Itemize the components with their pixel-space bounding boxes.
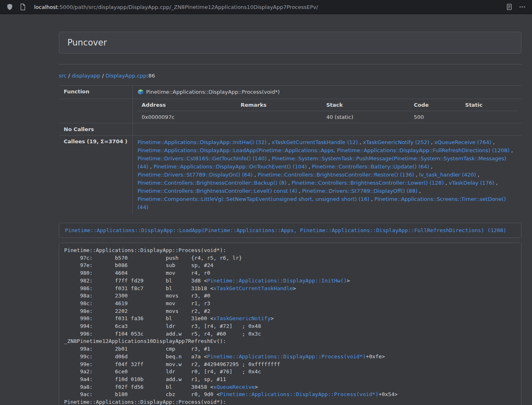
app-title: Puncover bbox=[67, 37, 513, 48]
callee-separator: , bbox=[494, 180, 498, 186]
function-label: Function bbox=[59, 86, 133, 99]
col-address: Address bbox=[137, 99, 236, 111]
metrics-row: Address Remarks Stack Code Static 0x0000… bbox=[59, 99, 521, 123]
disassembly-code: Pinetime::Applications::DisplayApp::Proc… bbox=[59, 243, 521, 405]
callee-link[interactable]: lv_task_handler (420) bbox=[419, 172, 476, 178]
shield-icon[interactable] bbox=[6, 3, 13, 11]
callee-link[interactable]: xTaskGenericNotify (252) bbox=[363, 139, 429, 145]
callee-separator: , bbox=[253, 172, 258, 178]
callee-separator: , bbox=[429, 139, 434, 145]
symbol-type-icon bbox=[138, 89, 144, 95]
browser-url-bar[interactable]: localhost:5000/path/src/displayapp/Displ… bbox=[0, 0, 532, 14]
breadcrumb-separator: / bbox=[100, 73, 106, 79]
page-icon bbox=[19, 3, 26, 11]
breadcrumb-link-displayapp-cpp[interactable]: DisplayApp.cpp bbox=[106, 73, 146, 79]
callee-separator: , bbox=[418, 188, 421, 194]
callees-label: Callees (19, Σ=3704 ) bbox=[59, 136, 133, 215]
col-remarks: Remarks bbox=[236, 99, 321, 111]
disassembly-symbol-link[interactable]: Pinetime::Applications::DisplayApp::Init… bbox=[207, 278, 347, 284]
disassembly-symbol-link[interactable]: xTaskGetCurrentTaskHandle bbox=[213, 285, 293, 291]
function-table: Function Pinetime::Applications::Display… bbox=[59, 85, 521, 214]
callee-link[interactable]: Pinetime::Applications::DisplayApp::OnTo… bbox=[153, 164, 307, 170]
metrics-cell: Address Remarks Stack Code Static 0x0000… bbox=[133, 99, 521, 123]
callee-separator: , bbox=[358, 139, 363, 145]
callee-separator: , bbox=[286, 180, 291, 186]
callee-separator: , bbox=[267, 139, 271, 145]
callee-separator: , bbox=[414, 172, 419, 178]
callee-link[interactable]: vTaskDelay (176) bbox=[449, 180, 494, 186]
callee-link[interactable]: Pinetime::Drivers::St7789::DisplayOn() (… bbox=[138, 172, 253, 178]
disassembly-symbol-link[interactable]: xTaskGenericNotify bbox=[213, 315, 271, 321]
callee-separator: , bbox=[476, 172, 479, 178]
callee-link[interactable]: Pinetime::Drivers::Cst816S::GetTouchInfo… bbox=[138, 155, 267, 162]
stack-value: 40 (static) bbox=[321, 111, 409, 123]
callee-link[interactable]: Pinetime::Controllers::Battery::Update()… bbox=[312, 164, 429, 170]
empty-label-cell bbox=[59, 99, 133, 123]
callee-separator: , bbox=[149, 164, 153, 170]
app-header-panel: Puncover bbox=[59, 32, 521, 54]
callee-link[interactable]: xQueueReceive (764) bbox=[434, 139, 491, 145]
page: { "colors": { "link": "#4e95e5", "page_b… bbox=[0, 0, 532, 405]
function-name: Pinetime::Applications::DisplayApp::Proc… bbox=[146, 89, 280, 95]
col-static: Static bbox=[460, 99, 517, 111]
code-value: 500 bbox=[409, 111, 461, 123]
browser-bar-actions bbox=[503, 3, 529, 11]
callee-separator: , bbox=[307, 164, 312, 170]
callees-list: Pinetime::Applications::DisplayApp::Init… bbox=[133, 136, 521, 215]
breadcrumb-link-src[interactable]: src bbox=[59, 73, 67, 79]
callee-separator: , bbox=[429, 164, 433, 170]
function-name-cell: Pinetime::Applications::DisplayApp::Proc… bbox=[133, 86, 521, 99]
callee-link[interactable]: Pinetime::Applications::DisplayApp::Init… bbox=[138, 139, 267, 145]
metrics-table: Address Remarks Stack Code Static 0x0000… bbox=[137, 99, 517, 123]
callee-link[interactable]: Pinetime::Applications::DisplayApp::Load… bbox=[138, 147, 510, 153]
static-value bbox=[460, 111, 517, 123]
no-callers-row: No Callers bbox=[59, 123, 521, 136]
callee-separator: , bbox=[491, 139, 495, 145]
callee-separator: , bbox=[369, 196, 374, 202]
callee-separator: , bbox=[297, 188, 302, 194]
callee-link[interactable]: Pinetime::Drivers::St7789::DisplayOff() … bbox=[302, 188, 418, 194]
breadcrumb-separator: / bbox=[67, 73, 72, 79]
horizontal-divider bbox=[59, 64, 521, 65]
callees-row: Callees (19, Σ=3704 ) Pinetime::Applicat… bbox=[59, 136, 521, 215]
disassembly-symbol-link[interactable]: Pinetime::Applications::DisplayApp::Proc… bbox=[207, 353, 366, 360]
col-stack: Stack bbox=[321, 99, 409, 111]
callee-separator: , bbox=[510, 147, 513, 153]
url-path: :5000/path/src/displayapp/DisplayApp.cpp… bbox=[58, 4, 318, 10]
metrics-value-row: 0x0000097c 40 (static) 500 bbox=[137, 111, 517, 123]
disassembly-symbol-link[interactable]: Pinetime::Applications::DisplayApp::Proc… bbox=[220, 391, 379, 397]
url-text[interactable]: localhost:5000/path/src/displayapp/Displ… bbox=[34, 4, 500, 10]
remarks-value bbox=[236, 111, 321, 123]
col-code: Code bbox=[409, 99, 461, 111]
breadcrumb-line-number: :86 bbox=[146, 73, 155, 79]
url-host: localhost bbox=[34, 4, 58, 10]
no-callers-label: No Callers bbox=[59, 123, 133, 136]
no-callers-cell bbox=[133, 123, 521, 136]
selected-symbol-link[interactable]: Pinetime::Applications::DisplayApp::Load… bbox=[59, 223, 521, 238]
function-row: Function Pinetime::Applications::Display… bbox=[59, 86, 521, 99]
disassembly-symbol-link[interactable]: xQueueReceive bbox=[213, 384, 255, 390]
callee-separator: , bbox=[267, 155, 271, 162]
callee-link[interactable]: Pinetime::Controllers::BrightnessControl… bbox=[138, 180, 286, 186]
address-value: 0x0000097c bbox=[137, 111, 236, 123]
callee-separator: , bbox=[444, 180, 448, 186]
callee-link[interactable]: xTaskGetCurrentTaskHandle (12) bbox=[271, 139, 358, 145]
menu-icon[interactable] bbox=[519, 3, 526, 11]
reader-mode-icon[interactable] bbox=[506, 3, 513, 11]
main-content: Puncover src / displayapp / DisplayApp.c… bbox=[59, 32, 521, 405]
breadcrumb-link-displayapp[interactable]: displayapp bbox=[72, 73, 101, 79]
callee-link[interactable]: Pinetime::Controllers::BrightnessControl… bbox=[138, 188, 297, 194]
callee-link[interactable]: Pinetime::Controllers::BrightnessControl… bbox=[292, 180, 444, 186]
callee-link[interactable]: Pinetime::Controllers::BrightnessControl… bbox=[258, 172, 414, 178]
breadcrumb: src / displayapp / DisplayApp.cpp:86 bbox=[59, 72, 521, 80]
metrics-header-row: Address Remarks Stack Code Static bbox=[137, 99, 517, 111]
callee-link[interactable]: Pinetime::Components::LittleVgl::SetNewT… bbox=[138, 196, 369, 202]
